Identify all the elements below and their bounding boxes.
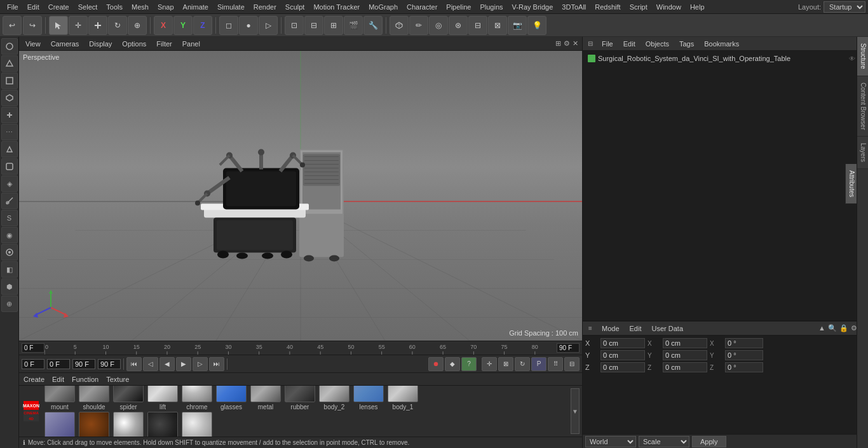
mat-bottom-body3[interactable]: body_3	[180, 412, 214, 437]
sidebar-btn-12[interactable]: ◉	[1, 227, 18, 243]
pb-next-frame[interactable]: ▷	[193, 357, 208, 371]
mat-tab-metal[interactable]: metal	[249, 386, 282, 411]
sidebar-btn-5[interactable]	[1, 107, 18, 123]
apply-button[interactable]: Apply	[692, 436, 726, 447]
anim-mode-btn[interactable]: ▷	[259, 16, 278, 35]
menu-tools[interactable]: Tools	[102, 2, 127, 12]
vp-menu-cameras[interactable]: Cameras	[48, 40, 82, 48]
menu-animate[interactable]: Animate	[179, 2, 213, 12]
pb-move-tool-2[interactable]: ✛	[482, 357, 497, 371]
pb-rotate-2[interactable]: ↻	[515, 357, 530, 371]
sidebar-btn-8[interactable]	[1, 158, 18, 175]
obj-menu-bookmarks[interactable]: Bookmarks	[700, 39, 743, 48]
sidebar-btn-6[interactable]: ⋯	[1, 124, 18, 140]
vp-menu-filter[interactable]: Filter	[154, 40, 174, 48]
pb-play-reverse[interactable]: ◀	[159, 357, 175, 371]
pb-goto-end[interactable]: ⏭	[209, 357, 224, 371]
sidebar-btn-9[interactable]: ◈	[1, 175, 18, 192]
playback-frame-val[interactable]	[47, 359, 70, 369]
sidebar-btn-11[interactable]: S	[1, 210, 18, 226]
mat-tab-lift[interactable]: lift	[146, 386, 179, 411]
menu-character[interactable]: Character	[402, 2, 442, 12]
pb-keyframe-btn[interactable]: ◆	[445, 357, 460, 371]
mat-menu-function[interactable]: Function	[70, 376, 100, 383]
sidebar-btn-16[interactable]: ⊕	[1, 295, 18, 312]
scene-mode-btn[interactable]: ●	[239, 16, 258, 35]
attr-x-size-input[interactable]	[725, 338, 763, 348]
menu-redshift[interactable]: Redshift	[590, 2, 625, 12]
sidebar-btn-1[interactable]	[1, 38, 18, 55]
timeline-tick-area[interactable]: 0 5 10 15 20 25 30 35 40	[44, 341, 555, 355]
mat-bottom-tires[interactable]: tires	[146, 412, 179, 437]
mat-tab-mount[interactable]: mount	[43, 386, 76, 411]
menu-motion-tracker[interactable]: Motion Tracker	[309, 2, 364, 12]
attr-y-size-input[interactable]	[725, 350, 763, 360]
attr-x-pos-input[interactable]	[600, 338, 645, 348]
pb-render-small-btn[interactable]: ⊟	[564, 357, 580, 371]
vtab-layers[interactable]: Layers	[857, 137, 868, 169]
sidebar-btn-14[interactable]: ◧	[1, 261, 18, 278]
playback-frame-end2[interactable]	[98, 359, 121, 369]
menu-snap[interactable]: Snap	[153, 2, 179, 12]
mat-bottom-leather[interactable]: leather	[78, 412, 111, 437]
vp-menu-options[interactable]: Options	[119, 40, 149, 48]
wireframe-btn[interactable]: ⊠	[488, 16, 507, 35]
sidebar-btn-7[interactable]	[1, 141, 18, 158]
render-settings-btn[interactable]: 🔧	[363, 16, 383, 35]
mat-tab-body2[interactable]: body_2	[318, 386, 351, 411]
vtab-structure[interactable]: Structure	[857, 37, 868, 76]
attr-menu-edit[interactable]: Edit	[626, 324, 646, 333]
attr-y-rot-input[interactable]	[663, 350, 707, 360]
attr-y-pos-input[interactable]	[600, 350, 645, 360]
attr-menu-mode[interactable]: Mode	[598, 324, 623, 333]
menu-window[interactable]: Window	[652, 2, 686, 12]
attr-menu-userdata[interactable]: User Data	[648, 324, 688, 333]
mat-bottom-chrome[interactable]: chrome	[112, 412, 145, 437]
target-btn[interactable]: ◎	[429, 16, 448, 35]
sidebar-btn-15[interactable]: ⬢	[1, 278, 18, 295]
menu-script[interactable]: Script	[625, 2, 652, 12]
render-all-btn[interactable]: ⊞	[324, 16, 343, 35]
sidebar-btn-13[interactable]	[1, 244, 18, 261]
scale-select[interactable]: Scale Absolute Relative	[639, 436, 689, 447]
vp-menu-display[interactable]: Display	[86, 40, 114, 48]
pb-play[interactable]: ▶	[176, 357, 191, 371]
menu-mograph[interactable]: MoGraph	[364, 2, 402, 12]
scale-tool[interactable]	[88, 16, 107, 35]
vp-icon-settings[interactable]: ⚙	[564, 39, 570, 48]
vp-icon-maximize[interactable]: ⊞	[555, 39, 561, 48]
sidebar-btn-4[interactable]	[1, 90, 18, 106]
magnet-btn[interactable]: ⊛	[449, 16, 468, 35]
select-arrow-tool[interactable]	[49, 16, 68, 35]
object-row-main[interactable]: Surgical_Robotic_System_da_Vinci_SI_with…	[585, 53, 865, 64]
playback-frame-end1[interactable]	[72, 359, 95, 369]
mat-tab-glasses[interactable]: glasses	[215, 386, 248, 411]
layout-select[interactable]: Startup	[824, 1, 865, 13]
world-select[interactable]: World Object Camera	[585, 436, 636, 447]
vtab-attributes[interactable]: Attributes	[846, 164, 857, 204]
attr-x-rot-input[interactable]	[663, 338, 707, 348]
render-region-btn[interactable]: ⊡	[285, 16, 304, 35]
render-view-btn[interactable]: 🎬	[344, 16, 363, 35]
camera-btn[interactable]: 📷	[508, 16, 527, 35]
pb-help-btn[interactable]: ?	[461, 357, 477, 371]
vp-icon-close[interactable]: ✕	[573, 39, 578, 48]
menu-help[interactable]: Help	[686, 2, 709, 12]
menu-simulate[interactable]: Simulate	[213, 2, 249, 12]
pb-play-mode-btn[interactable]: P	[531, 357, 546, 371]
y-axis-btn[interactable]: Y	[173, 16, 193, 35]
menu-pipeline[interactable]: Pipeline	[442, 2, 475, 12]
pen-btn[interactable]: ✏	[409, 16, 428, 35]
menu-vray[interactable]: V-Ray Bridge	[508, 2, 558, 12]
menu-mesh[interactable]: Mesh	[127, 2, 153, 12]
obj-menu-file[interactable]: File	[598, 39, 617, 48]
menu-create[interactable]: Create	[44, 2, 74, 12]
x-axis-btn[interactable]: X	[154, 16, 173, 35]
menu-file[interactable]: File	[3, 2, 23, 12]
material-scroll-right[interactable]: ▼	[571, 388, 580, 434]
attr-z-pos-input[interactable]	[600, 362, 645, 372]
pb-dots-btn[interactable]: ⠿	[548, 357, 563, 371]
grid-btn[interactable]: ⊟	[468, 16, 487, 35]
attr-arrow-icon[interactable]: ▲	[818, 324, 825, 332]
obj-menu-objects[interactable]: Objects	[642, 39, 673, 48]
